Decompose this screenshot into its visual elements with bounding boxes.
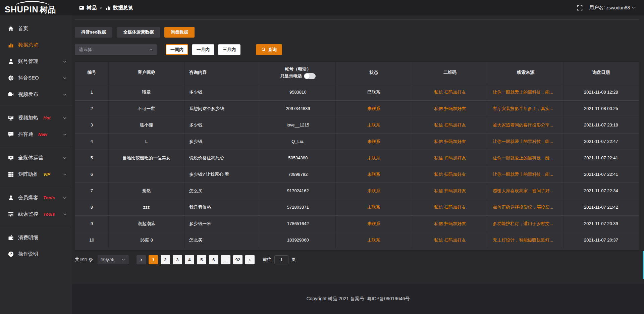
lead-source-link[interactable]: 让你一眼就爱上的黑科技，能...: [493, 155, 553, 160]
lead-source-link[interactable]: 多功能护栏灯，适用于乡村文...: [493, 221, 553, 226]
lead-source-link[interactable]: 客厅安装投影半年多了，真实...: [493, 106, 553, 111]
search-button[interactable]: 查询: [256, 44, 282, 55]
goto-page: 前往 页: [263, 255, 296, 264]
user-menu[interactable]: 用户名: zswodun88: [589, 5, 635, 11]
tab-3[interactable]: 询盘数据: [164, 27, 195, 38]
sidebar-item-label: 线索监控: [18, 211, 38, 217]
qr-friend-link[interactable]: 私信 扫码加好友: [434, 90, 466, 95]
cell-index: 9: [75, 215, 108, 232]
qr-friend-link[interactable]: 私信 扫码加好友: [434, 172, 466, 177]
qr-friend-link[interactable]: 私信 扫码加好友: [434, 122, 466, 127]
sidebar-item-5[interactable]: 视频发布: [0, 86, 72, 103]
table-row: 3 狐小狸 多少钱 love__1215 未联系 私信 扫码加好友 被大家追着问…: [75, 117, 639, 133]
search-icon: [261, 47, 266, 52]
page-button-5[interactable]: 5: [197, 255, 206, 264]
page-button-6[interactable]: 6: [209, 255, 218, 264]
breadcrumb-item-page[interactable]: 数据总览: [105, 5, 133, 11]
qr-friend-link[interactable]: 私信 扫码加好友: [434, 106, 466, 111]
cell-qr: 私信 扫码加好友: [412, 199, 488, 215]
table-row: 2 不可一世 我想问这个多少钱 2097344839 未联系 私信 扫码加好友 …: [75, 100, 639, 117]
copyright-text: Copyright 树品 2021 备案号: 粤ICP备09019646号: [306, 296, 410, 302]
table-row: 4 L 多少钱 Q_Liu. 未联系 私信 扫码加好友 让你一眼就爱上的黑科技，…: [75, 133, 639, 150]
sidebar-item-9[interactable]: 矩阵助推 VIP: [0, 166, 72, 182]
cell-qr: 私信 扫码加好友: [412, 133, 488, 150]
gear-icon: [8, 75, 14, 81]
sidebar-item-12[interactable]: 消费明细: [0, 229, 72, 246]
sidebar-item-2[interactable]: 数据总览: [0, 37, 72, 53]
cell-nickname: 不可一世: [108, 100, 184, 117]
qr-friend-link[interactable]: 私信 扫码加好友: [434, 205, 466, 210]
page-ellipsis-button[interactable]: ...: [221, 255, 230, 264]
sidebar-item-1[interactable]: 首页: [0, 20, 72, 37]
sidebar-item-badge: Tools: [43, 195, 55, 200]
chevron-down-icon: [63, 133, 67, 137]
cell-index: 7: [75, 182, 108, 199]
sidebar-item-8[interactable]: 全媒体运营: [0, 150, 72, 166]
lead-source-link[interactable]: 让你一眼就爱上的黑科技，能...: [493, 139, 553, 144]
qr-friend-link[interactable]: 私信 扫码加好友: [434, 188, 466, 193]
cell-date: 2021-11-07 21:42: [563, 199, 639, 215]
qr-friend-link[interactable]: 私信 扫码加好友: [434, 155, 466, 160]
lead-source-link[interactable]: 让你一眼就爱上的黑科技，能...: [493, 172, 553, 177]
next-page-button[interactable]: ›: [245, 255, 255, 264]
goto-page-input[interactable]: [274, 255, 288, 264]
page-button-3[interactable]: 3: [173, 255, 182, 264]
cell-qr: 私信 扫码加好友: [412, 100, 488, 117]
cell-nickname: 当地比较能吃的一位美女: [108, 150, 184, 166]
cell-index: 4: [75, 133, 108, 150]
scrollbar-thumb[interactable]: [643, 251, 644, 279]
lead-source-link[interactable]: 被大家追着问的客厅投影分享...: [493, 122, 553, 127]
qr-friend-link[interactable]: 私信 扫码加好友: [434, 238, 466, 243]
phone-only-toggle[interactable]: [304, 73, 316, 79]
sidebar-item-13[interactable]: ? 操作说明: [0, 246, 72, 262]
sidebar-item-label: 视频发布: [18, 91, 38, 98]
period-button-1[interactable]: 一周内: [166, 44, 188, 55]
logo-text-en: SHUPIN: [5, 5, 38, 14]
sidebar-item-badge: New: [38, 132, 47, 137]
topbar-right: 用户名: zswodun88: [577, 5, 635, 11]
sidebar-item-label: 首页: [18, 25, 28, 32]
cell-source: 无主灯设计，智能磁吸轨道灯...: [488, 232, 564, 248]
cell-account: 50534380: [260, 150, 336, 166]
lead-source-link[interactable]: 无主灯设计，智能磁吸轨道灯...: [493, 238, 553, 243]
cell-source: 感谢大家喜欢我家，被问了好...: [488, 182, 564, 199]
sidebar-item-7[interactable]: 抖客通 New: [0, 126, 72, 143]
page-size-select[interactable]: 10条/页: [98, 255, 128, 264]
period-button-3[interactable]: 三月内: [218, 44, 240, 55]
cell-content: 多少钱一米: [184, 215, 260, 232]
sidebar-item-10[interactable]: 会员爆客 Tools: [0, 190, 72, 206]
lead-source-link[interactable]: 让你一眼就爱上的黑科技，能...: [493, 90, 553, 95]
filter-select[interactable]: 请选择: [75, 44, 157, 55]
cell-index: 5: [75, 150, 108, 166]
lead-source-link[interactable]: 如何正确选择投影仪，买投影...: [493, 205, 553, 210]
page-unit-label: 页: [291, 257, 296, 263]
page-button-1[interactable]: 1: [149, 255, 158, 264]
fullscreen-icon[interactable]: [577, 5, 583, 11]
page-size-value: 10条/页: [101, 257, 115, 263]
header-status: 状态: [336, 62, 412, 84]
prev-page-button[interactable]: ‹: [137, 255, 146, 264]
video-icon: [8, 92, 14, 97]
sidebar-item-11[interactable]: 线索监控 Tools: [0, 206, 72, 222]
tab-1[interactable]: 抖音seo数据: [75, 27, 112, 38]
tab-2[interactable]: 全媒体运营数据: [117, 27, 160, 38]
page-button-4[interactable]: 4: [185, 255, 194, 264]
cell-status: 未联系: [336, 133, 412, 150]
sidebar-item-3[interactable]: 账号管理: [0, 53, 72, 70]
qr-friend-link[interactable]: 私信 扫码加好友: [434, 139, 466, 144]
qr-friend-link[interactable]: 私信 扫码加好友: [434, 221, 466, 226]
app-logo[interactable]: SHUPIN 树品: [0, 0, 72, 15]
lead-source-link[interactable]: 感谢大家喜欢我家，被问了好...: [493, 188, 553, 193]
phone-toggle-label: 只显示电话: [280, 73, 302, 78]
sidebar-item-6[interactable]: 视频加热 Hot: [0, 110, 72, 126]
cell-content: 我想问这个多少钱: [184, 100, 260, 117]
breadcrumb-item-app[interactable]: 树品: [79, 5, 97, 11]
page-button-2[interactable]: 2: [161, 255, 170, 264]
period-button-2[interactable]: 一月内: [192, 44, 214, 55]
header-nickname: 客户昵称: [108, 62, 184, 84]
sidebar-item-4[interactable]: 抖音SEO: [0, 70, 72, 86]
page-button-92[interactable]: 92: [233, 255, 243, 264]
chart-icon: [8, 42, 14, 48]
chat-icon: [8, 132, 14, 137]
cell-date: 2021-11-07 22:47: [563, 133, 639, 150]
